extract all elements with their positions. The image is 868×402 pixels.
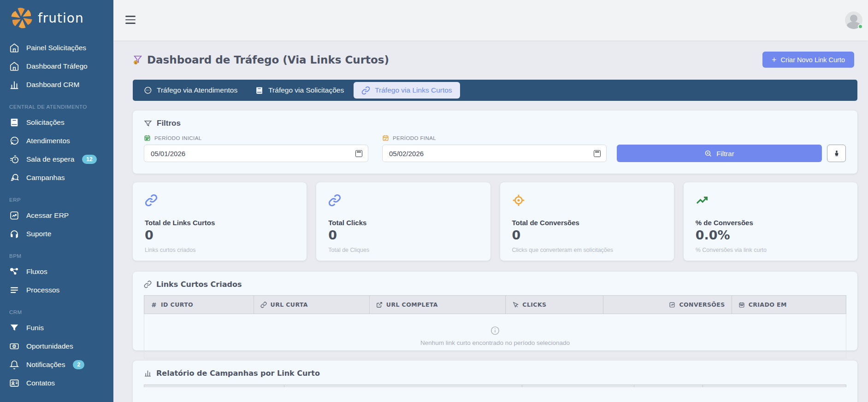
- stat-value: 0: [328, 228, 478, 242]
- sidebar-item-contatos[interactable]: Contatos: [0, 374, 113, 392]
- sidebar: frution Painel Solicitações Dashboard Tr…: [0, 0, 113, 402]
- col-id-curto[interactable]: ID CURTO: [144, 296, 254, 314]
- tab-trafego-via-atendimentos[interactable]: Tráfego via Atendimentos: [136, 82, 245, 99]
- stat-value: 0: [512, 228, 662, 242]
- sidebar-item-painel-solicitacoes[interactable]: Painel Solicitações: [0, 39, 113, 57]
- frution-pinwheel-icon: [10, 6, 33, 29]
- table-empty-state: Nenhum link curto encontrado no período …: [144, 314, 846, 358]
- sidebar-item-label: Atendimentos: [26, 137, 70, 145]
- sidebar-item-label: Dashboard Tráfego: [26, 62, 88, 70]
- period-end-group: PERÍODO FINAL: [382, 134, 607, 162]
- book-icon: [9, 117, 19, 128]
- table-header-row: ID CURTO URL CURTA URL COMPLETA CLICKS C…: [144, 296, 846, 314]
- stat-subtitle: Total de Cliques: [328, 247, 478, 253]
- col-conversoes[interactable]: CONVERSÕES: [603, 296, 732, 314]
- short-links-table: ID CURTO URL CURTA URL COMPLETA CLICKS C…: [144, 295, 846, 314]
- sidebar-item-sala-de-espera[interactable]: Sala de espera 12: [0, 150, 113, 169]
- link-icon: [328, 194, 478, 207]
- sidebar-item-label: Processos: [26, 286, 59, 294]
- sidebar-item-dashboard-trafego[interactable]: Dashboard Tráfego: [0, 57, 113, 76]
- hash-icon: [151, 302, 157, 308]
- sidebar-item-fluxos[interactable]: Fluxos: [0, 262, 113, 281]
- svg-text:$: $: [135, 61, 137, 64]
- headset-icon: [9, 229, 19, 239]
- info-icon: [490, 326, 500, 336]
- link-icon: [145, 194, 295, 207]
- topbar: [113, 0, 868, 41]
- bar-chart-icon: [144, 369, 152, 377]
- link-icon: [361, 86, 370, 95]
- sidebar-item-label: Notificações: [26, 361, 65, 369]
- hamburger-menu-icon[interactable]: [125, 16, 136, 24]
- stat-card-total-clicks: Total Clicks 0 Total de Cliques: [316, 182, 490, 261]
- notificacoes-badge: 2: [73, 360, 84, 369]
- col-url-curta[interactable]: URL CURTA: [254, 296, 369, 314]
- home-icon: [9, 61, 19, 71]
- sidebar-item-acessar-erp[interactable]: Acessar ERP: [0, 206, 113, 225]
- stat-card-total-links: Total de Links Curtos 0 Links curtos cri…: [133, 182, 307, 261]
- filters-row: PERÍODO INICIAL PERÍODO FINAL: [144, 134, 846, 162]
- filters-card: Filtros PERÍODO INICIAL PERÍODO FINAL: [133, 111, 857, 174]
- stat-title: Total de Conversões: [512, 219, 662, 227]
- stat-subtitle: Links curtos criados: [145, 247, 295, 253]
- stat-subtitle: % Conversões via link curto: [696, 247, 845, 253]
- sidebar-item-label: Solicitações: [26, 118, 65, 127]
- funnel-coin-icon: $: [133, 55, 143, 65]
- target-icon: [512, 194, 662, 207]
- money-icon: [9, 341, 19, 351]
- create-short-link-button[interactable]: + Criar Novo Link Curto: [762, 52, 854, 68]
- sidebar-item-solicitacoes[interactable]: Solicitações: [0, 113, 113, 132]
- clear-filters-button[interactable]: [827, 145, 846, 162]
- bar-chart-icon: [9, 80, 19, 90]
- tab-trafego-via-links-curtos[interactable]: Tráfego via Links Curtos: [354, 82, 460, 99]
- stat-title: Total Clicks: [328, 219, 478, 227]
- col-url-completa[interactable]: URL COMPLETA: [369, 296, 505, 314]
- sidebar-item-label: Acessar ERP: [26, 211, 69, 220]
- page-title: $ Dashboard de Tráfego (Via Links Curtos…: [133, 54, 389, 66]
- sidebar-item-label: Funis: [26, 324, 44, 332]
- filter-funnel-icon: [144, 119, 152, 128]
- sidebar-item-campanhas[interactable]: Campanhas: [0, 169, 113, 187]
- list-icon: [9, 285, 19, 295]
- report-title: Relatório de Campanhas por Link Curto: [144, 369, 846, 378]
- col-clicks[interactable]: CLICKS: [506, 296, 603, 314]
- link-icon: [144, 280, 152, 288]
- sidebar-item-oportunidades[interactable]: Oportunidades: [0, 337, 113, 355]
- home-icon: [9, 43, 19, 53]
- period-start-input[interactable]: [151, 150, 361, 157]
- date-picker-icon[interactable]: [355, 150, 362, 157]
- contact-card-icon: [9, 378, 19, 388]
- sidebar-section-erp: ERP: [0, 187, 113, 206]
- period-end-input-wrap: [382, 145, 607, 162]
- sidebar-item-suporte[interactable]: Suporte: [0, 225, 113, 243]
- filtrar-button[interactable]: Filtrar: [617, 145, 822, 162]
- app-logo[interactable]: frution: [0, 0, 113, 34]
- online-status-dot: [858, 24, 863, 29]
- sidebar-item-dashboard-crm[interactable]: Dashboard CRM: [0, 76, 113, 94]
- link-icon: [260, 302, 267, 308]
- search-icon: [704, 150, 712, 157]
- user-avatar[interactable]: [845, 12, 862, 29]
- book-icon: [255, 86, 264, 95]
- sidebar-item-label: Painel Solicitações: [26, 44, 86, 52]
- sidebar-item-label: Fluxos: [26, 268, 47, 276]
- sidebar-item-processos[interactable]: Processos: [0, 281, 113, 299]
- date-picker-icon[interactable]: [594, 150, 601, 157]
- chat-bubble-icon: [9, 136, 19, 146]
- sidebar-item-notificacoes[interactable]: Notificações 2: [0, 355, 113, 374]
- main-content: $ Dashboard de Tráfego (Via Links Curtos…: [113, 41, 868, 402]
- calendar-green-icon: [144, 134, 151, 141]
- broom-icon: [833, 150, 840, 157]
- double-chat-icon: [9, 173, 19, 183]
- period-start-label: PERÍODO INICIAL: [144, 134, 368, 141]
- external-link-icon: [376, 302, 383, 308]
- tab-trafego-via-solicitacoes[interactable]: Tráfego via Solicitações: [247, 82, 352, 99]
- stat-card-total-conversoes: Total de Conversões 0 Clicks que convert…: [500, 182, 674, 261]
- flow-icon: [9, 267, 19, 277]
- sidebar-item-atendimentos[interactable]: Atendimentos: [0, 132, 113, 150]
- col-criado-em[interactable]: CRIADO EM: [732, 296, 846, 314]
- sidebar-item-funis[interactable]: Funis: [0, 319, 113, 337]
- stat-title: % de Conversões: [696, 219, 845, 227]
- sidebar-section-crm: CRM: [0, 299, 113, 319]
- period-end-input[interactable]: [389, 150, 600, 157]
